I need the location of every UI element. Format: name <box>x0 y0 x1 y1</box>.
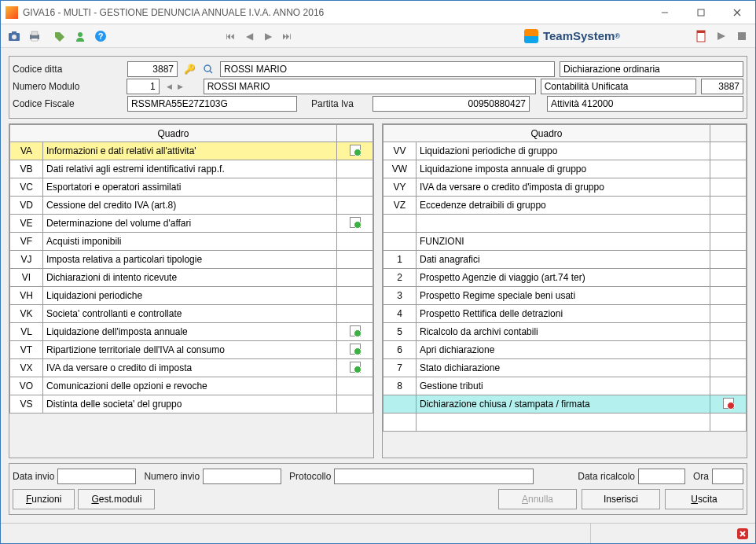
partita-iva-field[interactable]: 00950880427 <box>372 96 530 112</box>
search-icon[interactable] <box>201 62 215 76</box>
table-row[interactable]: 1Dati anagrafici <box>384 251 747 269</box>
table-row[interactable]: VCEsportatori e operatori assimilati <box>10 178 373 197</box>
row-flag <box>337 251 373 269</box>
table-row[interactable]: VYIVA da versare o credito d'imposta di … <box>384 178 747 197</box>
table-row[interactable]: 3Prospetto Regime speciale beni usati <box>384 287 747 305</box>
maximize-button[interactable] <box>683 1 719 24</box>
annulla-button[interactable]: Annulla <box>498 489 577 509</box>
prev-icon[interactable]: ◀ <box>240 28 259 45</box>
nome1-field[interactable]: ROSSI MARIO <box>220 61 555 77</box>
row-code: VJ <box>10 251 43 269</box>
protocollo-label: Protocollo <box>289 471 331 482</box>
right-table: Quadro VVLiquidazioni periodiche di grup… <box>383 124 747 432</box>
row-code: 7 <box>384 359 417 377</box>
document-ok-icon <box>350 325 361 336</box>
table-row[interactable]: VTRipartizione territoriale dell'IVA al … <box>10 341 373 359</box>
table-row[interactable]: 6Apri dichiarazione <box>384 341 747 359</box>
minimize-button[interactable] <box>647 1 683 24</box>
svg-rect-8 <box>31 31 38 35</box>
camera-icon[interactable] <box>6 28 23 45</box>
inserisci-button[interactable]: Inserisci <box>582 489 660 509</box>
protocollo-field[interactable] <box>334 469 534 484</box>
row-code: VI <box>10 269 43 287</box>
user-icon[interactable] <box>72 28 89 45</box>
table-row[interactable]: VHLiquidazioni periodiche <box>10 287 373 305</box>
titlebar: GIVA16 - MULTI - GESTIONE DENUNCIA ANNUA… <box>1 1 755 24</box>
document-ok-icon <box>350 217 361 228</box>
numero-invio-label: Numero invio <box>144 471 200 482</box>
svg-point-10 <box>78 32 83 37</box>
funzioni-button[interactable]: Funzioni <box>13 489 75 509</box>
table-row[interactable]: VJImposta relativa a particolari tipolog… <box>10 251 373 269</box>
row-flag <box>337 142 373 160</box>
svg-point-5 <box>12 35 17 39</box>
row-desc: Liquidazione imposta annuale di gruppo <box>417 160 710 178</box>
stop-icon[interactable] <box>733 28 750 45</box>
row-desc: Liquidazioni periodiche <box>43 287 337 305</box>
export-icon[interactable] <box>692 28 710 45</box>
row-code: VF <box>10 233 43 251</box>
forward-icon[interactable] <box>713 28 730 45</box>
row-desc: Dati anagrafici <box>417 251 710 269</box>
table-row[interactable]: VWLiquidazione imposta annuale di gruppo <box>384 160 747 178</box>
table-row[interactable]: VAInformazioni e dati relativi all'attiv… <box>10 142 373 160</box>
footer-panel: Data invio Numero invio Protocollo Data … <box>9 463 747 515</box>
row-desc: Comunicazioni delle opzioni e revoche <box>43 377 337 395</box>
numero-modulo-field[interactable]: 1 <box>127 79 160 94</box>
numero-invio-field[interactable] <box>203 469 281 484</box>
help-icon[interactable]: ? <box>92 28 109 45</box>
data-invio-field[interactable] <box>57 469 136 484</box>
row-desc: Societa' controllanti e controllate <box>43 305 337 323</box>
dichiarazione-field[interactable]: Dichiarazione ordinaria <box>560 61 743 77</box>
table-row[interactable]: VOComunicazioni delle opzioni e revoche <box>10 377 373 395</box>
table-row[interactable]: VKSocieta' controllanti e controllate <box>10 305 373 323</box>
table-row[interactable] <box>384 414 747 432</box>
table-row[interactable]: VDCessione del credito IVA (art.8) <box>10 197 373 215</box>
table-row[interactable]: VLLiquidazione dell'imposta annuale <box>10 323 373 341</box>
table-row[interactable]: VEDeterminazione del volume d'affari <box>10 215 373 233</box>
contab-val-field[interactable]: 3887 <box>701 79 743 94</box>
nome2-field[interactable]: ROSSI MARIO <box>204 79 536 94</box>
data-ricalcolo-field[interactable] <box>638 469 685 484</box>
codice-ditta-field[interactable]: 3887 <box>127 61 178 77</box>
table-row[interactable]: VFAcquisti imponibili <box>10 233 373 251</box>
table-row[interactable]: VBDati relativi agli estremi identificat… <box>10 160 373 178</box>
table-row[interactable] <box>384 215 747 233</box>
table-row[interactable]: 8Gestione tributi <box>384 377 747 395</box>
table-row[interactable]: 7Stato dichiarazione <box>384 359 747 377</box>
row-code: VO <box>10 377 43 395</box>
gest-moduli-button[interactable]: Gest.moduli <box>78 489 155 509</box>
table-row[interactable]: VIDichiarazioni di intento ricevute <box>10 269 373 287</box>
first-icon[interactable]: ⏮ <box>221 28 240 45</box>
svg-line-17 <box>210 71 212 73</box>
table-row[interactable]: Dichiarazione chiusa / stampata / firmat… <box>384 395 747 414</box>
table-row[interactable]: VZEccedenze detraibili di gruppo <box>384 197 747 215</box>
header-panel: Codice ditta 3887 🔑 ROSSI MARIO Dichiara… <box>9 56 747 119</box>
row-code: 3 <box>384 287 417 305</box>
next-icon[interactable]: ▶ <box>259 28 277 45</box>
codice-fiscale-field[interactable]: RSSMRA55E27Z103G <box>127 96 297 112</box>
table-row[interactable]: VVLiquidazioni periodiche di gruppo <box>384 142 747 160</box>
partita-iva-label: Partita Iva <box>311 98 368 109</box>
spin-prev-icon[interactable]: ◀ <box>164 79 175 94</box>
close-button[interactable] <box>719 1 755 24</box>
last-icon[interactable]: ⏭ <box>277 28 296 45</box>
table-row[interactable]: VXIVA da versare o credito di imposta <box>10 359 373 377</box>
spin-next-icon[interactable]: ▶ <box>175 79 186 94</box>
error-icon[interactable] <box>736 527 749 540</box>
table-row[interactable]: 2Prospetto Agenzie di viaggio (art.74 te… <box>384 269 747 287</box>
attivita-field[interactable]: Attività 412000 <box>547 96 743 112</box>
tag-icon[interactable] <box>51 28 68 45</box>
row-code: 1 <box>384 251 417 269</box>
table-row[interactable]: FUNZIONI <box>384 233 747 251</box>
uscita-button[interactable]: Uscita <box>665 489 743 509</box>
print-icon[interactable] <box>26 28 43 45</box>
row-flag <box>337 395 373 414</box>
table-row[interactable]: VSDistinta delle societa' del gruppo <box>10 395 373 414</box>
lookup-icon[interactable]: 🔑 <box>182 62 196 76</box>
ora-field[interactable] <box>712 469 743 484</box>
row-flag <box>337 305 373 323</box>
document-blocked-icon <box>723 398 734 409</box>
table-row[interactable]: 5Ricalcolo da archivi contabili <box>384 323 747 341</box>
table-row[interactable]: 4Prospetto Rettifica delle detrazioni <box>384 305 747 323</box>
